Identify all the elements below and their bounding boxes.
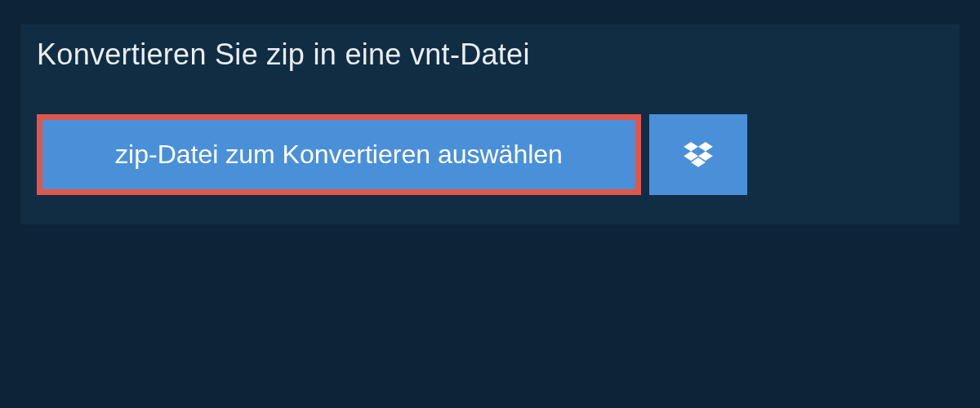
select-file-button[interactable]: zip-Datei zum Konvertieren auswählen: [37, 114, 641, 195]
dropbox-button[interactable]: [649, 114, 747, 195]
button-row: zip-Datei zum Konvertieren auswählen: [20, 85, 755, 224]
dropbox-icon: [684, 142, 713, 168]
page-title: Konvertieren Sie zip in eine vnt-Datei: [37, 38, 530, 72]
heading-wrap: Konvertieren Sie zip in eine vnt-Datei: [20, 24, 546, 85]
conversion-panel: Konvertieren Sie zip in eine vnt-Datei z…: [20, 24, 960, 224]
